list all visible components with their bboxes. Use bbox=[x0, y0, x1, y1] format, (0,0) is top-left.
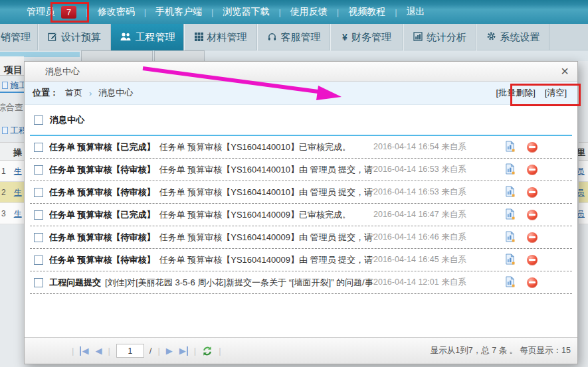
message-timestamp: 2016-04-14 12:01 来自系 bbox=[373, 277, 485, 288]
batch-delete-button[interactable]: [批量删除] bbox=[496, 87, 536, 99]
list-header-label: 消息中心 bbox=[50, 114, 84, 126]
topbar-link-change-password[interactable]: 修改密码 bbox=[98, 6, 135, 18]
view-document-icon[interactable] bbox=[505, 208, 515, 222]
message-row[interactable]: 工程问题提交[刘佳]对[美丽花园 3-5-6 周小花]新提交一条关于 “[墙面开… bbox=[30, 271, 572, 294]
message-title: 任务单 预算审核【已完成】 bbox=[49, 210, 155, 220]
yen-icon: ¥ bbox=[342, 32, 347, 42]
view-document-icon[interactable] bbox=[505, 141, 515, 154]
breadcrumb-home-link[interactable]: 首页 bbox=[65, 87, 82, 99]
message-title: 任务单 预算审核【已完成】 bbox=[49, 142, 155, 152]
tab-material-management[interactable]: 材料管理 bbox=[184, 24, 257, 50]
message-row[interactable]: 任务单 预算审核【已完成】任务单 预算审核【YS1604140010】已审核完成… bbox=[30, 136, 572, 159]
view-document-icon[interactable] bbox=[505, 231, 515, 244]
separator: | bbox=[157, 346, 159, 356]
delete-message-icon[interactable] bbox=[527, 277, 538, 288]
message-timestamp: 2016-04-14 16:47 来自系 bbox=[373, 209, 485, 220]
clear-all-button[interactable]: [清空] bbox=[545, 87, 567, 99]
message-list: 消息中心 任务单 预算审核【已完成】任务单 预算审核【YS1604140010】… bbox=[30, 105, 572, 294]
message-body: 任务单 预算审核【YS1604140010】由 管理员 提交，请审核。 bbox=[159, 165, 373, 175]
delete-message-icon[interactable] bbox=[527, 255, 538, 265]
background-table-header-left: 操 bbox=[0, 142, 24, 161]
separator: | bbox=[219, 346, 221, 356]
close-icon[interactable]: × bbox=[561, 64, 569, 78]
delete-message-icon[interactable] bbox=[527, 210, 538, 220]
row-checkbox[interactable] bbox=[34, 165, 43, 175]
row-checkbox[interactable] bbox=[34, 188, 43, 197]
topbar-link-video-tutorial[interactable]: 视频教程 bbox=[348, 6, 385, 18]
message-center-dialog: 消息中心 × 位置： 首页 › 消息中心 [批量删除] [清空] 消息中心 任务… bbox=[24, 61, 578, 364]
view-document-icon[interactable] bbox=[505, 186, 515, 199]
row-checkbox[interactable] bbox=[34, 233, 43, 242]
row-checkbox[interactable] bbox=[34, 278, 43, 287]
separator: | bbox=[395, 7, 397, 17]
edit-icon bbox=[48, 32, 57, 43]
background-table-row: 3生 bbox=[0, 203, 24, 224]
message-timestamp: 2016-04-14 16:45 来自系 bbox=[373, 254, 485, 265]
separator: | bbox=[144, 7, 146, 17]
background-link-query[interactable]: 综合查 bbox=[0, 102, 23, 113]
message-title: 任务单 预算审核【待审核】 bbox=[49, 255, 155, 265]
message-row[interactable]: 任务单 预算审核【待审核】任务单 预算审核【YS1604140010】由 管理员… bbox=[30, 181, 572, 204]
refresh-icon[interactable] bbox=[202, 346, 213, 356]
message-title: 工程问题提交 bbox=[49, 277, 101, 287]
pagination-next-button[interactable]: ▶ bbox=[166, 346, 173, 356]
delete-message-icon[interactable] bbox=[527, 142, 538, 153]
dialog-titlebar: 消息中心 × bbox=[25, 62, 577, 82]
view-document-icon[interactable] bbox=[505, 163, 515, 177]
background-table-row: 员 bbox=[579, 182, 588, 203]
document-icon bbox=[2, 82, 8, 89]
tab-statistics[interactable]: 统计分析 bbox=[403, 24, 476, 50]
row-checkbox[interactable] bbox=[34, 256, 43, 265]
message-body: 任务单 预算审核【YS1604140009】已审核完成。 bbox=[159, 210, 351, 220]
message-body: 任务单 预算审核【YS1604140009】由 管理员 提交，请审核。 bbox=[159, 232, 373, 242]
topbar-link-mobile-client[interactable]: 手机客户端 bbox=[155, 6, 202, 18]
pagination-first-button[interactable]: ◀ bbox=[80, 346, 88, 356]
pagination-bar: | ◀ ◀ | / | ▶ ▶ | | 显示从1到7，总 7 条 。 每页显示：… bbox=[25, 337, 577, 364]
tab-design-budget[interactable]: 设计预算 bbox=[38, 24, 111, 50]
background-tab-segment bbox=[154, 50, 205, 61]
row-checkbox[interactable] bbox=[34, 210, 43, 220]
breadcrumb-bar: 位置： 首页 › 消息中心 [批量删除] [清空] bbox=[25, 82, 577, 105]
view-document-icon[interactable] bbox=[505, 254, 515, 267]
topbar-link-logout[interactable]: 退出 bbox=[407, 6, 425, 18]
message-row[interactable]: 任务单 预算审核【待审核】任务单 预算审核【YS1604140009】由 管理员… bbox=[30, 249, 572, 271]
delete-message-icon[interactable] bbox=[527, 165, 538, 175]
delete-message-icon[interactable] bbox=[527, 232, 538, 243]
page-number-input[interactable] bbox=[116, 344, 144, 358]
background-table-header-right: 里 bbox=[579, 142, 588, 161]
separator: | bbox=[72, 346, 74, 356]
current-user-label[interactable]: 管理员 bbox=[27, 6, 54, 18]
message-row[interactable]: 任务单 预算审核【已完成】任务单 预算审核【YS1604140009】已审核完成… bbox=[30, 204, 572, 226]
module-tabbar: 销管理 设计预算 工程管理 材料管理 客服管理 ¥ 财务管理 统计分析 系统设置 bbox=[0, 24, 588, 50]
message-body: 任务单 预算审核【YS1604140010】由 管理员 提交，请审核。 bbox=[159, 187, 373, 197]
background-table-row: 员 bbox=[579, 203, 588, 224]
message-title: 任务单 预算审核【待审核】 bbox=[49, 165, 155, 175]
tab-project-management[interactable]: 工程管理 bbox=[111, 24, 184, 50]
background-table-row: 1生 bbox=[0, 161, 24, 182]
background-subtab-strip bbox=[0, 50, 588, 61]
message-count-badge[interactable]: 7 bbox=[61, 6, 76, 19]
separator: | bbox=[337, 7, 339, 17]
tab-system-settings[interactable]: 系统设置 bbox=[476, 24, 549, 50]
select-all-checkbox[interactable] bbox=[34, 115, 43, 125]
tab-customer-service[interactable]: 客服管理 bbox=[257, 24, 330, 50]
message-row[interactable]: 任务单 预算审核【待审核】任务单 预算审核【YS1604140010】由 管理员… bbox=[30, 159, 572, 181]
topbar-link-feedback[interactable]: 使用反馈 bbox=[290, 6, 328, 18]
row-checkbox[interactable] bbox=[34, 143, 43, 152]
view-document-icon[interactable] bbox=[505, 276, 515, 289]
background-tab-project-label[interactable]: 项目 bbox=[4, 64, 23, 76]
pagination-last-button[interactable]: ▶ bbox=[179, 346, 188, 356]
topbar: 管理员 7 | 修改密码 | 手机客户端 | 浏览器下载 | 使用反馈 | 视频… bbox=[0, 0, 588, 24]
pagination-prev-button[interactable]: ◀ bbox=[95, 346, 102, 356]
message-title: 任务单 预算审核【待审核】 bbox=[49, 232, 155, 242]
tab-finance[interactable]: ¥ 财务管理 bbox=[330, 24, 403, 50]
delete-message-icon[interactable] bbox=[527, 187, 538, 198]
bar-chart-icon bbox=[413, 32, 423, 43]
separator: | bbox=[108, 346, 110, 356]
separator: | bbox=[194, 346, 196, 356]
message-row[interactable]: 任务单 预算审核【待审核】任务单 预算审核【YS1604140009】由 管理员… bbox=[30, 226, 572, 249]
grid-icon bbox=[195, 32, 203, 43]
message-timestamp: 2016-04-14 16:54 来自系 bbox=[373, 141, 485, 153]
topbar-link-browser-download[interactable]: 浏览器下载 bbox=[223, 6, 269, 18]
tab-marketing[interactable]: 销管理 bbox=[0, 24, 38, 50]
